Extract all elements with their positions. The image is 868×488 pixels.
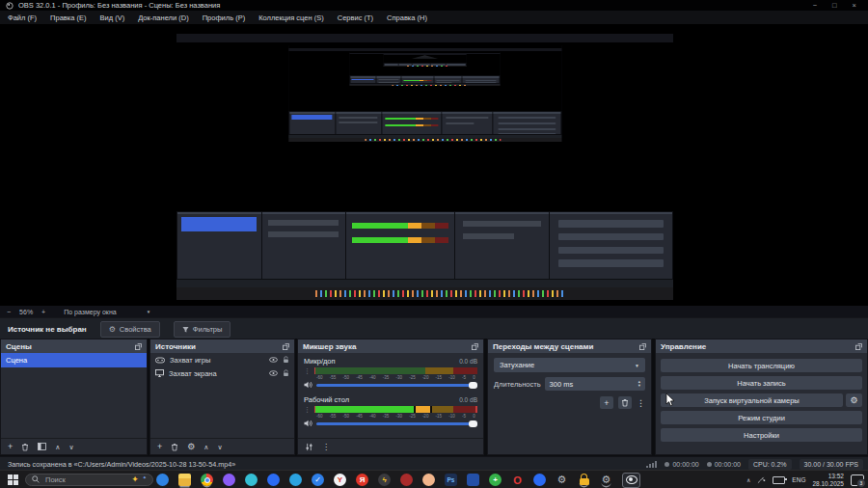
zoom-dropdown-caret-icon[interactable]: ▼ [147,310,150,314]
zoom-out-button[interactable]: − [7,309,11,315]
taskbar-app-yandex-browser[interactable]: Я [356,474,368,486]
duration-input[interactable]: 300 ms ▴▾ [545,377,645,391]
panel-popout-icon[interactable] [639,343,646,350]
visibility-eye-icon[interactable] [269,370,278,376]
window-title: OBS 32.0.1 - Профиль: Без названия - Сце… [18,1,220,10]
panel-popout-icon[interactable] [283,343,289,350]
taskbar-app-photoshop[interactable]: Ps [445,474,457,486]
preview-canvas[interactable] [0,24,868,306]
usb-device-icon[interactable] [757,476,766,484]
menu-item-7[interactable]: Справка (H) [387,14,427,22]
add-source-button[interactable]: + [157,443,162,451]
volume-slider-handle[interactable] [469,382,477,389]
no-source-label: Источник не выбран [8,325,87,334]
panel-popout-icon[interactable] [135,343,142,350]
panel-popout-icon[interactable] [472,343,478,350]
menu-item-3[interactable]: Док-панели (D) [138,14,188,22]
move-scene-up-button[interactable]: ∧ [55,444,60,450]
taskbar-app-peach-app[interactable] [422,474,435,486]
filters-button[interactable]: Фильтры [174,321,231,338]
audio-faders-icon[interactable] [305,443,313,451]
taskbar-app-camera-app-2[interactable] [533,474,546,486]
taskbar-app-telegram[interactable] [289,474,302,486]
visibility-eye-icon[interactable] [269,357,278,363]
taskbar-search[interactable]: ✦ ✦ [25,474,153,486]
minimize-button[interactable]: − [813,1,817,10]
volume-slider-handle[interactable] [469,420,477,427]
dock-area: Сцены Сцена + ∧ ∨ Источники Зах [0,339,868,456]
properties-button[interactable]: ⚙ Свойства [100,321,160,338]
taskbar-app-edge[interactable] [156,474,169,486]
audio-mixer-panel: Микшер звука Микр/доп 0.0 dB ⋮ -60-55-50… [297,339,484,455]
volume-slider[interactable] [316,422,477,425]
start-recording-button[interactable]: Начать запись [661,376,862,390]
remove-source-button[interactable] [171,443,178,451]
lock-icon[interactable] [283,356,289,364]
taskbar-app-check-app[interactable]: ✓ [312,474,324,486]
menu-item-4[interactable]: Профиль (P) [203,14,245,22]
source-item-screen-capture[interactable]: Захват экрана [150,366,294,380]
panel-popout-icon[interactable] [855,343,862,350]
hidden-icons-chevron[interactable]: ∧ [746,476,750,483]
speaker-icon[interactable] [304,381,312,389]
add-scene-button[interactable]: + [8,443,13,451]
settings-button[interactable]: Настройки [661,428,862,442]
start-virtual-camera-button[interactable]: Запуск виртуальной камеры [661,393,843,407]
zoom-in-button[interactable]: + [41,309,45,315]
taskbar-app-lightning-app[interactable]: ϟ [378,474,391,486]
scene-item-selected[interactable]: Сцена [1,353,147,367]
taskbar-app-blue-square-app[interactable] [467,474,479,486]
volume-slider[interactable] [316,384,477,387]
source-item-game-capture[interactable]: Захват игры [150,353,294,366]
battery-icon[interactable] [773,476,785,484]
move-source-down-button[interactable]: ∨ [217,444,222,450]
maximize-button[interactable]: □ [832,1,837,10]
transition-select[interactable]: Затухание ▼ [494,358,645,372]
monitor-icon [155,369,164,377]
search-input[interactable] [43,474,127,485]
taskbar-app-chrome[interactable] [201,474,213,486]
taskbar-app-green-app[interactable]: + [489,474,502,486]
close-button[interactable]: × [853,1,856,10]
start-streaming-button[interactable]: Начать трансляцию [661,359,862,372]
clock[interactable]: 13:52 28.10.2025 [812,473,844,487]
taskbar-app-opera[interactable]: O [511,474,524,486]
taskbar-app-file-explorer[interactable] [178,474,191,486]
studio-mode-button[interactable]: Режим студии [661,411,862,424]
status-bar: Запись сохранена в «C:/Users/Admin/Video… [0,456,868,471]
menu-item-1[interactable]: Правка (E) [50,14,86,22]
add-transition-button[interactable]: + [600,396,613,409]
menu-item-5[interactable]: Коллекция сцен (S) [258,14,324,22]
remove-scene-button[interactable] [21,443,29,451]
language-indicator[interactable]: ENG [792,476,805,483]
taskbar-app-compass-app[interactable] [245,474,258,486]
taskbar-app-y-app[interactable]: Y [334,474,346,486]
obs-main-window: OBS 32.0.1 - Профиль: Без названия - Сце… [0,0,868,488]
taskbar-app-purple-app[interactable] [223,474,235,486]
taskbar-app-settings-gear-2[interactable]: ⚙ [600,474,612,486]
transition-kebab-icon[interactable]: ⋮ [637,398,645,408]
menu-item-6[interactable]: Сервис (T) [338,14,373,22]
menu-item-2[interactable]: Вид (V) [100,14,125,22]
spinner-arrows[interactable]: ▴▾ [638,380,640,388]
taskbar-app-obs-studio[interactable] [622,473,640,488]
taskbar-app-camera-app[interactable] [267,474,280,486]
start-button[interactable] [8,474,18,485]
channel-kebab-icon[interactable]: ⋮ [304,406,311,413]
channel-kebab-icon[interactable]: ⋮ [304,367,311,374]
zoom-fit-mode[interactable]: По размеру окна [64,309,116,315]
lock-icon[interactable] [283,369,289,377]
taskbar-app-darkred-app[interactable] [400,474,413,486]
source-properties-gear-button[interactable]: ⚙ [187,444,195,450]
virtual-camera-config-button[interactable]: ⚙ [846,393,862,407]
menu-item-0[interactable]: Файл (F) [8,14,37,22]
speaker-icon[interactable] [304,420,312,427]
move-scene-down-button[interactable]: ∨ [68,444,73,450]
taskbar-app-lock-app[interactable] [578,474,590,486]
mixer-kebab-icon[interactable]: ⋮ [322,444,330,450]
remove-transition-button[interactable] [618,396,632,409]
scene-filters-button[interactable] [38,443,46,450]
move-source-up-button[interactable]: ∧ [203,444,208,450]
taskbar-app-settings-gear[interactable]: ⚙ [556,474,568,486]
notification-center-icon[interactable]: 3 [851,474,864,486]
